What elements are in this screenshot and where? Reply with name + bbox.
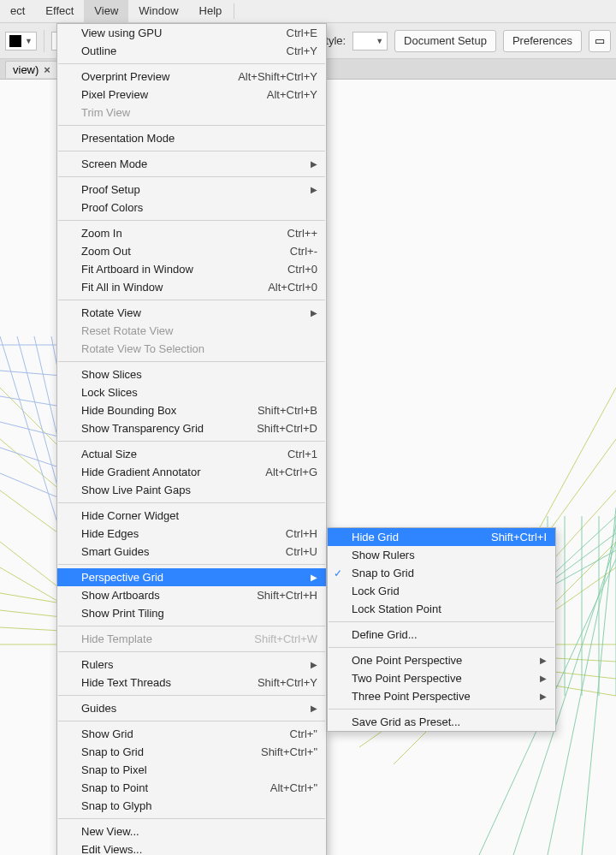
menu-item-proof-setup[interactable]: Proof Setup▶ [57,181,326,199]
menu-item-zoom-in[interactable]: Zoom InCtrl++ [57,224,326,242]
menu-item-show-grid[interactable]: Show GridCtrl+" [57,725,326,743]
menu-item-one-point-perspective[interactable]: One Point Perspective▶ [328,651,555,669]
menu-item-label: Rotate View To Selection [81,342,204,355]
style-select[interactable]: ▼ [352,32,388,50]
menu-item-two-point-perspective[interactable]: Two Point Perspective▶ [328,669,555,687]
menu-item-label: Proof Setup [81,183,140,196]
chevron-down-icon: ▼ [25,37,33,45]
chevron-right-icon: ▶ [311,573,317,582]
menubar-item-window[interactable]: Window [128,0,188,22]
menu-separator [58,651,325,652]
menu-item-presentation-mode[interactable]: Presentation Mode [57,129,326,147]
menu-item-proof-colors[interactable]: Proof Colors [57,199,326,217]
menu-item-overprint-preview[interactable]: Overprint PreviewAlt+Shift+Ctrl+Y [57,68,326,86]
close-icon[interactable]: × [44,63,50,76]
menu-item-perspective-grid[interactable]: Perspective Grid▶ [57,568,326,586]
menu-item-hide-text-threads[interactable]: Hide Text ThreadsShift+Ctrl+Y [57,674,326,692]
menubar-item-view[interactable]: View [84,0,128,22]
menu-item-show-live-paint-gaps[interactable]: Show Live Paint Gaps [57,481,326,499]
menu-item-snap-to-glyph[interactable]: Snap to Glyph [57,797,326,815]
menu-shortcut: Ctrl+U [286,545,317,558]
menu-separator [58,220,325,221]
menu-item-save-grid-as-preset[interactable]: Save Grid as Preset... [328,713,555,731]
chevron-right-icon: ▶ [540,656,547,665]
menubar: ect Effect View Window Help [0,0,616,23]
menu-separator [58,502,325,503]
menu-item-lock-slices[interactable]: Lock Slices [57,383,326,401]
menu-item-show-print-tiling[interactable]: Show Print Tiling [57,604,326,622]
menu-item-hide-corner-widget[interactable]: Hide Corner Widget [57,507,326,525]
menubar-item-select[interactable]: ect [0,0,35,22]
menu-item-show-artboards[interactable]: Show ArtboardsShift+Ctrl+H [57,586,326,604]
menu-item-fit-artboard-in-window[interactable]: Fit Artboard in WindowCtrl+0 [57,260,326,278]
menu-item-screen-mode[interactable]: Screen Mode▶ [57,155,326,173]
menu-item-label: Hide Gradient Annotator [81,466,200,478]
menu-item-snap-to-grid[interactable]: ✓Snap to Grid [328,564,555,582]
menu-item-pixel-preview[interactable]: Pixel PreviewAlt+Ctrl+Y [57,86,326,104]
align-glyph-icon: ▭ [595,34,605,47]
menu-item-label: Snap to Point [81,781,148,794]
menu-item-lock-grid[interactable]: Lock Grid [328,582,555,600]
menu-separator [58,361,325,362]
menu-item-label: Snap to Pixel [81,763,147,776]
menu-shortcut: Shift+Ctrl+I [491,531,547,543]
menu-item-label: Save Grid as Preset... [352,715,460,728]
menu-item-show-transparency-grid[interactable]: Show Transparency GridShift+Ctrl+D [57,419,326,437]
menu-item-label: Presentation Mode [81,132,175,145]
menu-separator [329,621,554,622]
menu-item-view-using-gpu[interactable]: View using GPUCtrl+E [57,24,326,42]
menu-item-label: Fit Artboard in Window [81,263,193,276]
stroke-swatch[interactable]: ▼ [5,32,37,50]
menu-item-edit-views[interactable]: Edit Views... [57,840,326,855]
menu-item-snap-to-point[interactable]: Snap to PointAlt+Ctrl+" [57,779,326,797]
menu-item-label: Define Grid... [352,628,418,641]
perspective-grid-submenu: Hide GridShift+Ctrl+IShow Rulers✓Snap to… [327,527,556,732]
menu-separator [58,818,325,819]
menu-item-hide-bounding-box[interactable]: Hide Bounding BoxShift+Ctrl+B [57,401,326,419]
menu-item-label: Show Artboards [81,589,160,602]
menu-item-label: Overprint Preview [81,70,169,83]
menu-item-label: Edit Views... [81,843,142,855]
menu-item-rotate-view-to-selection: Rotate View To Selection [57,340,326,358]
align-icon[interactable]: ▭ [589,30,611,52]
menu-item-label: Two Point Perspective [352,672,462,685]
menu-item-label: Fit All in Window [81,281,163,294]
menubar-separator [234,3,234,19]
menu-item-label: Actual Size [81,448,137,460]
menu-item-lock-station-point[interactable]: Lock Station Point [328,600,555,618]
menu-item-guides[interactable]: Guides▶ [57,699,326,717]
menu-item-new-view[interactable]: New View... [57,822,326,840]
menu-item-rulers[interactable]: Rulers▶ [57,656,326,674]
menu-item-label: Rotate View [81,306,141,319]
menu-item-hide-edges[interactable]: Hide EdgesCtrl+H [57,525,326,543]
menu-item-label: Proof Colors [81,201,143,214]
menu-item-snap-to-grid[interactable]: Snap to GridShift+Ctrl+" [57,743,326,761]
menu-item-hide-gradient-annotator[interactable]: Hide Gradient AnnotatorAlt+Ctrl+G [57,463,326,481]
menu-item-define-grid[interactable]: Define Grid... [328,626,555,644]
menubar-item-help[interactable]: Help [189,0,233,22]
menu-item-hide-grid[interactable]: Hide GridShift+Ctrl+I [328,528,555,546]
menu-item-label: Show Rulers [352,549,415,561]
chevron-right-icon: ▶ [311,308,317,318]
menu-item-rotate-view[interactable]: Rotate View▶ [57,304,326,322]
menu-item-zoom-out[interactable]: Zoom OutCtrl+- [57,242,326,260]
preferences-button[interactable]: Preferences [503,30,582,52]
menu-item-label: Hide Text Threads [81,676,171,689]
menu-item-actual-size[interactable]: Actual SizeCtrl+1 [57,445,326,463]
menubar-item-effect[interactable]: Effect [35,0,84,22]
menu-item-label: Zoom In [81,227,122,240]
menu-shortcut: Ctrl++ [287,227,317,240]
menu-item-show-rulers[interactable]: Show Rulers [328,546,555,564]
menu-shortcut: Ctrl+- [290,245,317,258]
document-tab[interactable]: view) × [5,61,58,78]
menu-item-outline[interactable]: OutlineCtrl+Y [57,42,326,60]
menu-item-hide-template: Hide TemplateShift+Ctrl+W [57,630,326,648]
menu-item-three-point-perspective[interactable]: Three Point Perspective▶ [328,687,555,705]
menu-item-label: Hide Bounding Box [81,404,176,417]
menu-item-fit-all-in-window[interactable]: Fit All in WindowAlt+Ctrl+0 [57,278,326,296]
menu-item-snap-to-pixel[interactable]: Snap to Pixel [57,761,326,779]
menu-item-show-slices[interactable]: Show Slices [57,365,326,383]
chevron-right-icon: ▶ [540,674,547,683]
document-setup-button[interactable]: Document Setup [394,30,496,52]
menu-item-smart-guides[interactable]: Smart GuidesCtrl+U [57,543,326,561]
